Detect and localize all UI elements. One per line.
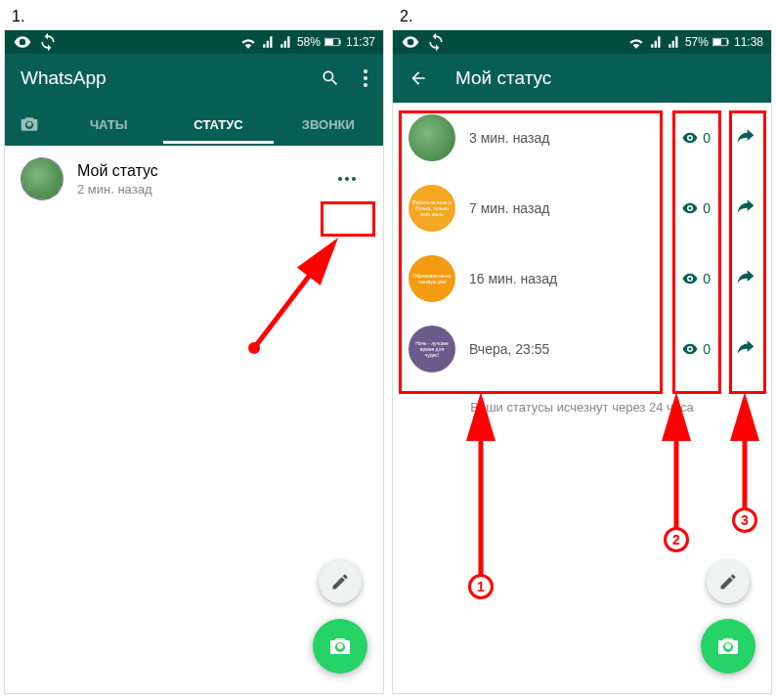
view-count[interactable]: 0	[681, 199, 711, 217]
svg-rect-10	[713, 39, 721, 45]
tab-status[interactable]: СТАТУС	[163, 106, 273, 144]
avatar	[21, 157, 64, 200]
eye-icon	[13, 32, 32, 52]
camera-fab[interactable]	[701, 619, 755, 674]
status-item[interactable]: Работа не волк и Юлька, только всех жаль…	[393, 173, 771, 243]
pencil-icon	[330, 572, 350, 591]
svg-point-5	[364, 83, 367, 87]
avatar: Образован не на трезвую ума	[409, 255, 455, 302]
battery-icon	[712, 36, 730, 48]
status-time: Вчера, 23:55	[469, 341, 668, 357]
forward-icon	[736, 197, 755, 216]
edit-fab[interactable]	[319, 560, 362, 603]
more-button[interactable]	[326, 169, 367, 189]
camera-icon	[328, 634, 352, 658]
status-item[interactable]: 3 мин. назад 0	[393, 103, 771, 173]
signal-icon-2	[668, 35, 681, 49]
avatar: Ночь - лучшее время для чудес!	[409, 326, 455, 372]
tab-calls[interactable]: ЗВОНКИ	[274, 106, 383, 144]
forward-button[interactable]	[736, 337, 755, 361]
edit-fab[interactable]	[707, 560, 750, 603]
signal-icon	[262, 35, 276, 49]
my-status-time: 2 мин. назад	[77, 182, 313, 197]
search-icon[interactable]	[321, 68, 340, 88]
svg-rect-1	[325, 39, 333, 45]
annotation-badge-1: 1	[468, 574, 494, 599]
camera-icon	[20, 114, 39, 134]
forward-button[interactable]	[736, 267, 755, 290]
page-title: Мой статус	[455, 67, 551, 89]
signal-icon-2	[280, 35, 293, 49]
svg-point-4	[364, 76, 367, 80]
svg-point-8	[248, 342, 260, 354]
forward-button[interactable]	[736, 126, 755, 150]
svg-line-7	[254, 245, 332, 348]
tab-chats[interactable]: ЧАТЫ	[54, 106, 163, 144]
status-header: Мой статус	[393, 54, 771, 103]
my-status-title: Мой статус	[77, 162, 313, 180]
eye-icon	[401, 32, 420, 52]
avatar-text: Образован не на трезвую ума	[409, 255, 455, 302]
app-header: WhatsApp ЧАТЫ СТАТУС ЗВОНКИ	[5, 54, 383, 146]
eye-icon	[681, 340, 699, 358]
svg-rect-2	[339, 40, 341, 45]
status-time: 16 мин. назад	[469, 271, 668, 286]
view-count[interactable]: 0	[681, 270, 711, 287]
annotation-badge-2: 2	[664, 527, 689, 552]
forward-button[interactable]	[736, 197, 755, 220]
wifi-icon	[238, 32, 258, 52]
view-count[interactable]: 0	[681, 129, 711, 147]
panel-label-1: 1.	[4, 4, 384, 29]
more-vert-icon[interactable]	[364, 69, 367, 87]
back-icon[interactable]	[409, 68, 428, 88]
sync-icon	[38, 32, 58, 52]
signal-icon	[650, 35, 664, 49]
avatar	[409, 114, 455, 161]
eye-icon	[681, 129, 699, 147]
status-item[interactable]: Ночь - лучшее время для чудес! Вчера, 23…	[393, 314, 771, 384]
status-time: 3 мин. назад	[469, 130, 668, 146]
clock-time: 11:38	[734, 35, 763, 49]
phone-screen-2: 57% 11:38 Мой статус 3 мин. назад	[392, 29, 772, 694]
avatar-text: Работа не волк и Юлька, только всех жаль	[409, 185, 455, 232]
battery-percent: 58%	[297, 35, 321, 49]
wifi-icon	[626, 32, 646, 52]
forward-icon	[736, 126, 755, 146]
svg-rect-11	[727, 40, 729, 45]
annotation-badge-3: 3	[732, 507, 757, 533]
panel-label-2: 2.	[392, 4, 772, 29]
android-status-bar: 58% 11:37	[5, 30, 383, 54]
forward-icon	[736, 267, 755, 286]
eye-icon	[681, 270, 699, 287]
avatar-text: Ночь - лучшее время для чудес!	[409, 326, 455, 372]
svg-point-3	[364, 69, 367, 73]
android-status-bar: 57% 11:38	[393, 30, 771, 54]
avatar: Работа не волк и Юлька, только всех жаль	[409, 185, 455, 232]
app-title: WhatsApp	[21, 67, 321, 89]
phone-screen-1: 58% 11:37 WhatsApp	[4, 29, 384, 694]
sync-icon	[426, 32, 446, 52]
battery-icon	[324, 36, 342, 48]
tab-camera[interactable]	[5, 103, 54, 146]
footer-note: Ваши статусы исчезнут через 24 часа	[393, 384, 771, 430]
battery-percent: 57%	[685, 35, 709, 49]
camera-fab[interactable]	[313, 619, 367, 674]
my-status-row[interactable]: Мой статус 2 мин. назад	[5, 146, 383, 212]
view-count[interactable]: 0	[681, 340, 711, 358]
status-time: 7 мин. назад	[469, 200, 668, 216]
eye-icon	[681, 199, 699, 217]
pencil-icon	[718, 572, 738, 591]
camera-icon	[716, 634, 740, 658]
forward-icon	[736, 337, 755, 357]
annotation-arrow	[239, 231, 347, 358]
clock-time: 11:37	[346, 35, 375, 49]
tab-bar: ЧАТЫ СТАТУС ЗВОНКИ	[5, 103, 383, 146]
status-item[interactable]: Образован не на трезвую ума 16 мин. наза…	[393, 243, 771, 314]
avatar-text	[409, 114, 455, 161]
